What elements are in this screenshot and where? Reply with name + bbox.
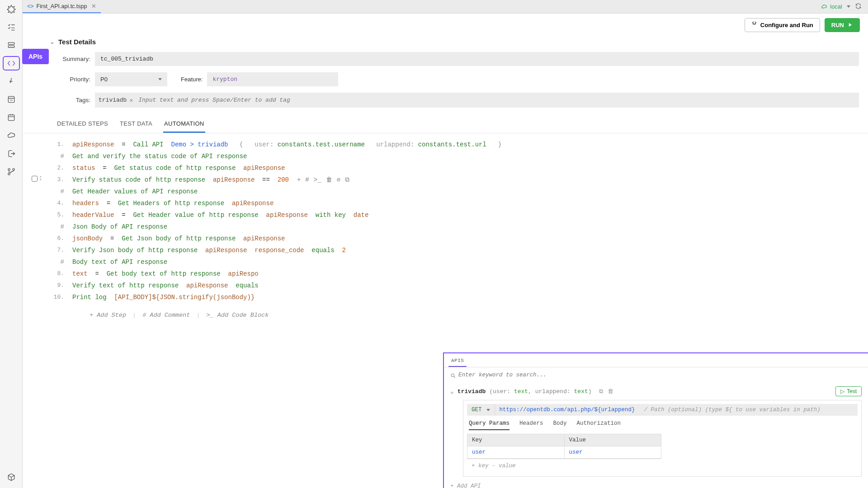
api-search [444,367,868,383]
svg-rect-0 [8,42,14,44]
step-line[interactable]: 2.status = Get status code of http respo… [51,162,868,174]
kv-header-row: Key Value [467,434,661,446]
tag-remove-icon[interactable]: ✕ [129,97,133,104]
terminal-icon[interactable]: >_ [314,174,321,186]
tag-input[interactable] [137,95,855,105]
svg-point-5 [8,173,9,175]
api-search-input[interactable] [449,370,863,380]
tags-field[interactable]: triviadb ✕ [95,93,859,108]
sidebar-api-icon[interactable] [4,57,19,70]
subtab-authorization[interactable]: Authorization [577,420,621,430]
kv-key-header: Key [467,434,565,446]
api-subtabs: Query Params Headers Body Authorization [467,416,858,430]
add-step-button[interactable]: + Add Step [90,310,126,321]
url-value[interactable]: https://opentdb.com/api.php/${urlappend} [495,404,640,416]
svg-point-7 [451,374,454,377]
sidebar-db-icon[interactable] [4,39,19,52]
sidebar-branch-icon[interactable] [4,165,19,178]
sort-icon[interactable]: ▴▾ [39,175,42,182]
delete-icon[interactable]: 🗑 [608,388,613,395]
step-line[interactable]: 10.Print log [API_BODY]${JSON.stringify(… [51,291,868,303]
sidebar-cloud-icon[interactable] [4,129,19,142]
subtab-query-params[interactable]: Query Params [469,420,509,430]
copy-icon[interactable]: ⧉ [345,174,349,186]
chevron-down-icon [158,78,162,80]
chevron-down-icon: ⌄ [50,38,55,45]
sidebar-fn-icon[interactable] [4,75,19,88]
close-icon[interactable]: ✕ [91,3,96,9]
svg-point-6 [12,169,14,170]
subtab-body[interactable]: Body [553,420,567,430]
file-tab[interactable]: <> First_API.api.tc.tspp ✕ [23,0,101,13]
copy-icon[interactable]: ⧉ [599,388,603,395]
priority-select[interactable]: P0 [95,72,167,86]
sidebar-export-icon[interactable] [4,147,19,160]
hash-icon[interactable]: # [305,174,309,186]
code-icon: <> [27,3,34,9]
refresh-button[interactable] [855,3,862,11]
method-select[interactable]: GET [467,404,495,416]
tab-test-data[interactable]: TEST DATA [119,120,153,133]
subtab-headers[interactable]: Headers [519,420,543,430]
apis-tab[interactable]: APIS [448,355,467,367]
step-line[interactable]: 5.headerValue = Get Header value of http… [51,209,868,221]
test-label: Test [847,388,857,394]
step-line[interactable]: 9.Verify text of http response apiRespon… [51,280,868,291]
configure-run-button[interactable]: Configure and Run [745,18,820,32]
svg-rect-2 [8,96,14,102]
api-detail: GET https://opentdb.com/api.php/${urlapp… [463,400,862,477]
step-line[interactable]: 4.headers = Get Headers of http response… [51,197,868,209]
tag-text: triviadb [99,97,127,103]
play-icon: ▷ [840,388,844,394]
api-entry-name: triviadb [458,388,486,395]
step-line[interactable]: ▴▾ 3. Verify status code of http respons… [51,174,868,186]
details-title: Test Details [58,38,96,46]
kv-value-header: Value [565,434,661,446]
add-comment-button[interactable]: # Add Comment [142,310,190,321]
comment-line[interactable]: #Body text of API response [51,256,868,268]
api-entry-signature: (user: text, urlappend: text) [489,388,591,395]
tab-automation[interactable]: AUTOMATION [163,120,205,133]
run-button[interactable]: RUN [825,18,860,32]
comment-line[interactable]: #Json Body of API response [51,221,868,233]
url-row: GET https://opentdb.com/api.php/${urlapp… [467,404,858,416]
comment-line[interactable]: #Get and verify the status code of API r… [51,150,868,162]
svg-rect-3 [8,115,14,120]
chevron-down-icon[interactable]: ⌄ [450,388,454,395]
line-number: 1. [51,139,72,150]
sidebar-archive-icon[interactable] [4,93,19,106]
row-gutter: ▴▾ [32,175,42,182]
step-line[interactable]: 1. apiResponse = Call API Demo > triviad… [51,139,868,150]
sidebar-schedule-icon[interactable] [4,111,19,124]
api-panel-tabs: APIS [444,353,868,367]
kv-key-cell[interactable]: user [467,446,565,459]
kv-value-cell[interactable]: user [565,446,661,459]
details-header[interactable]: ⌄ Test Details [23,36,859,50]
add-api-button[interactable]: + Add API [444,479,868,488]
test-api-button[interactable]: ▷ Test [835,386,862,396]
feature-input[interactable] [207,72,338,86]
delete-icon[interactable]: 🗑 [326,174,332,186]
api-panel: APIS ⌄ triviadb (user: text, urlappend: … [443,352,868,488]
tab-detailed-steps[interactable]: DETAILED STEPS [56,120,109,133]
configure-label: Configure and Run [760,22,813,28]
env-selector[interactable]: local [821,3,850,10]
svg-point-4 [8,169,9,170]
run-label: RUN [831,22,844,28]
add-kv-button[interactable]: + key - value [467,459,858,473]
sidebar-checklist-icon[interactable] [4,21,19,33]
api-entry-header[interactable]: ⌄ triviadb (user: text, urlappend: text)… [450,385,862,398]
sidebar-logo[interactable] [4,3,19,15]
step-checkbox[interactable] [32,176,38,182]
add-row: + Add Step | # Add Comment | >_ Add Code… [51,303,868,321]
add-icon[interactable]: + [297,174,301,186]
sidebar-package-icon[interactable] [4,471,19,483]
step-line[interactable]: 6.jsonBody = Get Json body of http respo… [51,233,868,244]
kv-row[interactable]: user user [467,446,661,459]
step-line[interactable]: 8.text = Get body text of http response … [51,268,868,280]
comment-line[interactable]: #Get Header values of API response [51,186,868,197]
summary-input[interactable] [95,52,859,66]
step-line[interactable]: 7.Verify Json body of http response apiR… [51,244,868,256]
disable-icon[interactable]: ⊘ [337,174,340,186]
add-codeblock-button[interactable]: >_ Add Code Block [207,310,269,321]
